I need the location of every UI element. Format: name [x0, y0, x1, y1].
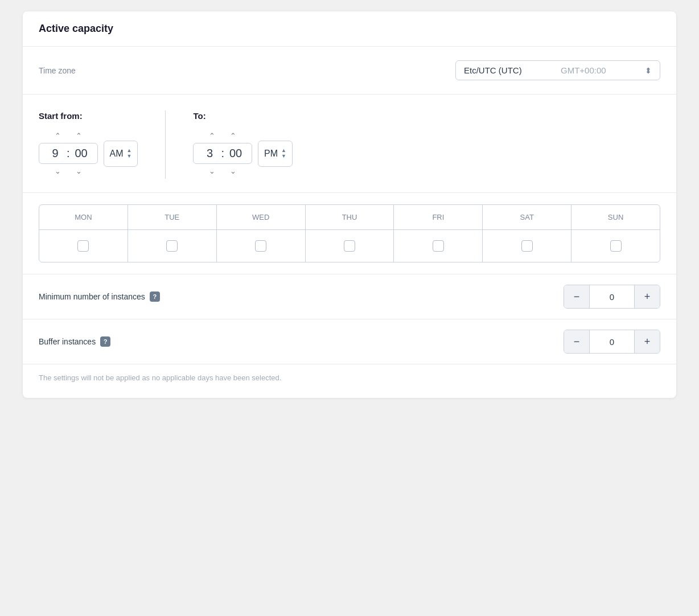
- end-label: To:: [193, 111, 205, 121]
- card-header: Active capacity: [23, 11, 676, 47]
- start-arrows-top: ⌃ ⌃: [51, 129, 85, 143]
- day-checkbox-mon[interactable]: [77, 240, 89, 252]
- day-cell-sun: [571, 230, 660, 262]
- start-ampm-arrows: ▲ ▼: [127, 148, 132, 159]
- start-time-block: Start from: ⌃ ⌃ 9 : 00 ⌄ ⌄: [39, 111, 138, 178]
- start-arrows-bot: ⌄ ⌄: [51, 164, 85, 178]
- day-checkbox-wed[interactable]: [255, 240, 266, 252]
- start-time-input: 9 : 00: [39, 143, 98, 164]
- day-header-fri: FRI: [394, 205, 483, 229]
- end-hour-value: 3: [200, 147, 219, 160]
- end-time-sep: :: [221, 147, 224, 160]
- min-instances-value: 0: [589, 285, 635, 309]
- day-checkbox-sat[interactable]: [521, 240, 533, 252]
- start-hour-down-button[interactable]: ⌄: [51, 166, 64, 176]
- day-checkbox-tue[interactable]: [166, 240, 178, 252]
- end-minute-down-button[interactable]: ⌄: [227, 166, 240, 176]
- time-range-section: Start from: ⌃ ⌃ 9 : 00 ⌄ ⌄: [23, 95, 676, 193]
- end-ampm-value: PM: [264, 149, 278, 159]
- day-cell-fri: [394, 230, 483, 262]
- end-time-block: To: ⌃ ⌃ 3 : 00 ⌄ ⌄: [193, 111, 292, 178]
- start-time-controls: ⌃ ⌃ 9 : 00 ⌄ ⌄ AM ▲: [39, 129, 138, 178]
- day-cell-thu: [306, 230, 394, 262]
- buffer-instances-label: Buffer instances: [39, 337, 96, 346]
- start-time-sep: :: [67, 147, 70, 160]
- end-minute-value: 00: [227, 147, 245, 160]
- day-cell-mon: [39, 230, 128, 262]
- day-checkbox-fri[interactable]: [433, 240, 444, 252]
- end-hour-down-button[interactable]: ⌄: [205, 166, 219, 176]
- min-instances-label: Minimum number of instances: [39, 292, 145, 301]
- day-header-tue: TUE: [128, 205, 217, 229]
- day-cell-sat: [483, 230, 571, 262]
- end-ampm-select[interactable]: PM ▲ ▼: [258, 141, 293, 167]
- time-range-divider: [165, 110, 166, 179]
- buffer-instances-help-icon[interactable]: ?: [100, 336, 110, 347]
- buffer-instances-label-group: Buffer instances ?: [39, 336, 110, 347]
- page-title: Active capacity: [39, 23, 660, 35]
- days-checkbox-row: [39, 230, 660, 262]
- min-instances-decrease-button[interactable]: −: [564, 285, 589, 309]
- end-arrows-bot: ⌄ ⌄: [205, 164, 240, 178]
- buffer-instances-value: 0: [589, 330, 635, 354]
- day-header-sun: SUN: [571, 205, 660, 229]
- end-arrows-top: ⌃ ⌃: [205, 129, 240, 143]
- start-minute-down-button[interactable]: ⌄: [72, 166, 85, 176]
- active-capacity-card: Active capacity Time zone Etc/UTC (UTC) …: [23, 11, 676, 398]
- start-hour-value: 9: [46, 147, 64, 160]
- chevron-down-icon: ⬍: [645, 66, 652, 75]
- end-time-input: 3 : 00: [193, 143, 252, 164]
- start-ampm-select[interactable]: AM ▲ ▼: [104, 141, 138, 167]
- buffer-instances-stepper: − 0 +: [564, 330, 660, 354]
- day-header-mon: MON: [39, 205, 128, 229]
- day-cell-tue: [128, 230, 217, 262]
- timezone-select[interactable]: Etc/UTC (UTC) GMT+00:00 ⬍: [455, 60, 660, 80]
- days-header-row: MON TUE WED THU FRI SAT SUN: [39, 205, 660, 230]
- min-instances-stepper: − 0 +: [564, 285, 660, 309]
- min-instances-row: Minimum number of instances ? − 0 +: [23, 274, 676, 319]
- footer-note: The settings will not be applied as no a…: [23, 364, 676, 398]
- end-time-controls: ⌃ ⌃ 3 : 00 ⌄ ⌄ PM ▲: [193, 129, 292, 178]
- days-section: MON TUE WED THU FRI SAT SUN: [23, 193, 676, 274]
- days-table: MON TUE WED THU FRI SAT SUN: [39, 204, 660, 262]
- end-minute-up-button[interactable]: ⌃: [227, 131, 240, 141]
- min-instances-help-icon[interactable]: ?: [150, 291, 160, 302]
- start-label: Start from:: [39, 111, 83, 121]
- day-header-wed: WED: [217, 205, 306, 229]
- min-instances-label-group: Minimum number of instances ?: [39, 291, 160, 302]
- timezone-name: Etc/UTC (UTC): [464, 65, 522, 75]
- end-hour-minute: ⌃ ⌃ 3 : 00 ⌄ ⌄: [193, 129, 252, 178]
- buffer-instances-row: Buffer instances ? − 0 +: [23, 319, 676, 364]
- day-header-sat: SAT: [483, 205, 571, 229]
- min-instances-increase-button[interactable]: +: [635, 285, 660, 309]
- footer-note-text: The settings will not be applied as no a…: [39, 373, 281, 382]
- end-ampm-arrows: ▲ ▼: [281, 148, 286, 159]
- day-header-thu: THU: [306, 205, 394, 229]
- end-hour-up-button[interactable]: ⌃: [205, 131, 219, 141]
- day-cell-wed: [217, 230, 306, 262]
- start-hour-minute: ⌃ ⌃ 9 : 00 ⌄ ⌄: [39, 129, 98, 178]
- buffer-instances-increase-button[interactable]: +: [635, 330, 660, 354]
- buffer-instances-decrease-button[interactable]: −: [564, 330, 589, 354]
- start-hour-up-button[interactable]: ⌃: [51, 131, 64, 141]
- day-checkbox-thu[interactable]: [344, 240, 355, 252]
- start-minute-value: 00: [72, 147, 91, 160]
- timezone-row: Time zone Etc/UTC (UTC) GMT+00:00 ⬍: [23, 47, 676, 95]
- day-checkbox-sun[interactable]: [610, 240, 622, 252]
- timezone-offset: GMT+00:00: [561, 65, 606, 75]
- timezone-label: Time zone: [39, 66, 76, 75]
- start-ampm-value: AM: [110, 149, 124, 159]
- start-minute-up-button[interactable]: ⌃: [72, 131, 85, 141]
